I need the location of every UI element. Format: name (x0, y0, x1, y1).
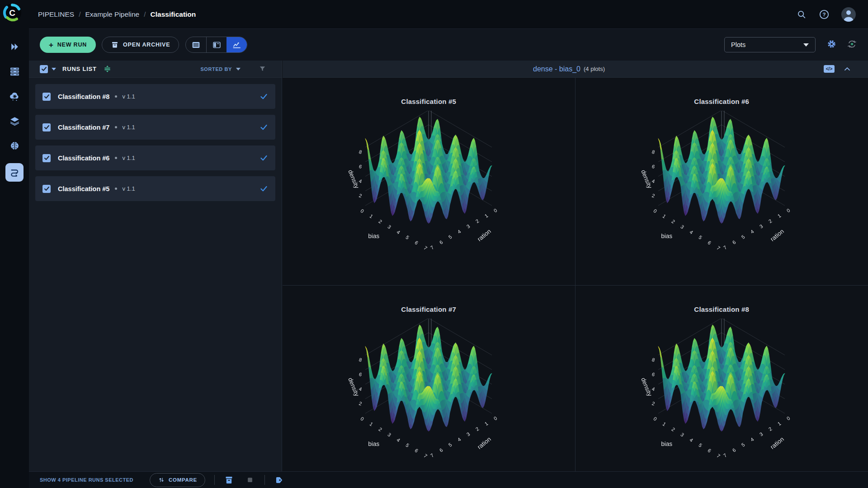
run-row[interactable]: Classification #8 v 1.1 (35, 84, 275, 109)
svg-text:C: C (9, 8, 15, 18)
check-icon (44, 124, 50, 130)
top-bar: PIPELINES / Example Pipeline / Classific… (29, 0, 868, 29)
open-archive-label: OPEN ARCHIVE (123, 42, 170, 48)
view-mode-toggle (185, 37, 247, 53)
sidebar-item-models[interactable] (6, 138, 23, 154)
run-checkbox[interactable] (42, 185, 51, 193)
plus-icon: + (49, 41, 54, 49)
sidebar-item-cloud[interactable] (6, 88, 23, 104)
sidebar-item-projects[interactable] (6, 38, 23, 55)
table-view-button[interactable] (186, 37, 206, 52)
archive-icon (224, 475, 234, 485)
new-run-button[interactable]: + NEW RUN (40, 37, 96, 53)
dropdown-value: Plots (731, 41, 745, 48)
settings-button[interactable] (826, 39, 837, 51)
sorted-by-caret[interactable] (236, 68, 241, 70)
run-checkbox[interactable] (42, 93, 51, 101)
plot-panel: Classification #7 (283, 286, 576, 471)
check-icon (41, 66, 47, 72)
breadcrumb: PIPELINES / Example Pipeline / Classific… (38, 10, 196, 19)
cloud-gear-icon (9, 91, 20, 102)
sidebar-item-pipelines-active[interactable] (5, 163, 24, 182)
split-view-button[interactable] (206, 37, 226, 52)
search-button[interactable] (796, 9, 807, 20)
sidebar-item-datasets[interactable] (6, 113, 23, 129)
run-version: v 1.1 (122, 93, 135, 100)
runs-list-title: RUNS LIST (62, 66, 97, 72)
tag-icon (274, 475, 284, 485)
run-row[interactable]: Classification #5 v 1.1 (35, 176, 275, 201)
run-version: v 1.1 (122, 185, 135, 192)
run-status-dot (115, 157, 117, 159)
check-icon (44, 94, 50, 99)
breadcrumb-project[interactable]: Example Pipeline (85, 10, 139, 19)
help-button[interactable]: ? (818, 9, 830, 20)
topbar-actions: ? (796, 7, 856, 22)
breadcrumb-separator: / (144, 10, 146, 19)
surface-plot[interactable] (581, 111, 862, 270)
compare-label: COMPARE (169, 477, 197, 483)
run-row[interactable]: Classification #7 v 1.1 (35, 115, 275, 140)
metric-type-dropdown[interactable]: Plots (724, 37, 816, 52)
search-icon (797, 9, 807, 19)
tune-icon (103, 65, 112, 73)
selected-check-icon (259, 92, 268, 101)
open-archive-button[interactable]: OPEN ARCHIVE (102, 37, 179, 53)
embed-code-button[interactable]: </> (824, 65, 835, 73)
archive-icon (111, 41, 119, 49)
table-view-icon (191, 40, 201, 50)
stop-icon (246, 476, 254, 484)
select-all-checkbox[interactable] (40, 65, 48, 73)
archive-selected-button[interactable] (224, 474, 235, 485)
run-checkbox[interactable] (42, 154, 51, 162)
gear-icon (826, 39, 837, 49)
run-row[interactable]: Classification #6 v 1.1 (35, 145, 275, 170)
auto-refresh-button[interactable] (847, 39, 857, 51)
run-name: Classification #5 (58, 185, 109, 192)
plot-panel: Classification #6 (576, 78, 868, 286)
run-status-dot (115, 126, 117, 128)
selected-check-icon (259, 184, 268, 193)
surface-plot[interactable] (288, 111, 569, 270)
clearml-logo[interactable]: C (3, 3, 22, 22)
breadcrumb-separator: / (79, 10, 80, 19)
chevron-up-icon (843, 65, 852, 74)
compare-button[interactable]: COMPARE (150, 473, 205, 487)
server-rack-icon (9, 66, 20, 77)
run-version: v 1.1 (122, 155, 135, 161)
run-name: Classification #8 (58, 93, 109, 100)
runs-panel-header: RUNS LIST SORTED BY (29, 61, 282, 78)
plot-title: Classification #5 (283, 98, 575, 105)
run-checkbox[interactable] (42, 123, 51, 131)
sidebar-item-queues[interactable] (6, 63, 23, 80)
select-dropdown-caret[interactable] (52, 68, 56, 70)
tune-columns-button[interactable] (103, 65, 112, 73)
filter-button[interactable] (259, 65, 266, 73)
breadcrumb-current: Classification (151, 10, 196, 19)
add-tag-button[interactable] (274, 474, 285, 485)
surface-plot[interactable] (581, 319, 862, 471)
chart-view-button-active[interactable] (226, 37, 247, 52)
split-view-icon (212, 40, 222, 50)
runs-list: Classification #8 v 1.1 Classification #… (29, 78, 282, 213)
breadcrumb-pipelines[interactable]: PIPELINES (38, 10, 74, 19)
divider (214, 475, 215, 485)
plots-group-title: dense - bias_0 (533, 65, 580, 73)
chart-view-icon (232, 40, 241, 50)
collapse-group-button[interactable] (843, 65, 852, 74)
compare-icon (158, 476, 165, 483)
user-avatar[interactable] (841, 7, 856, 22)
new-run-label: NEW RUN (57, 42, 87, 48)
surface-plot[interactable] (288, 319, 569, 471)
sorted-by-label: SORTED BY (200, 66, 232, 72)
run-status-dot (115, 188, 117, 190)
plot-title: Classification #7 (283, 305, 575, 313)
brain-icon (9, 141, 20, 152)
divider (264, 475, 265, 485)
runs-panel: RUNS LIST SORTED BY Classification #8 v … (29, 61, 282, 471)
caret-down-icon (803, 43, 809, 47)
plots-count: (4 plots) (584, 66, 605, 72)
plots-area: dense - bias_0 (4 plots) </> Classificat… (283, 61, 868, 471)
plots-grid: Classification #5 Classification #6 Clas… (283, 78, 868, 471)
plot-panel: Classification #5 (283, 78, 576, 286)
